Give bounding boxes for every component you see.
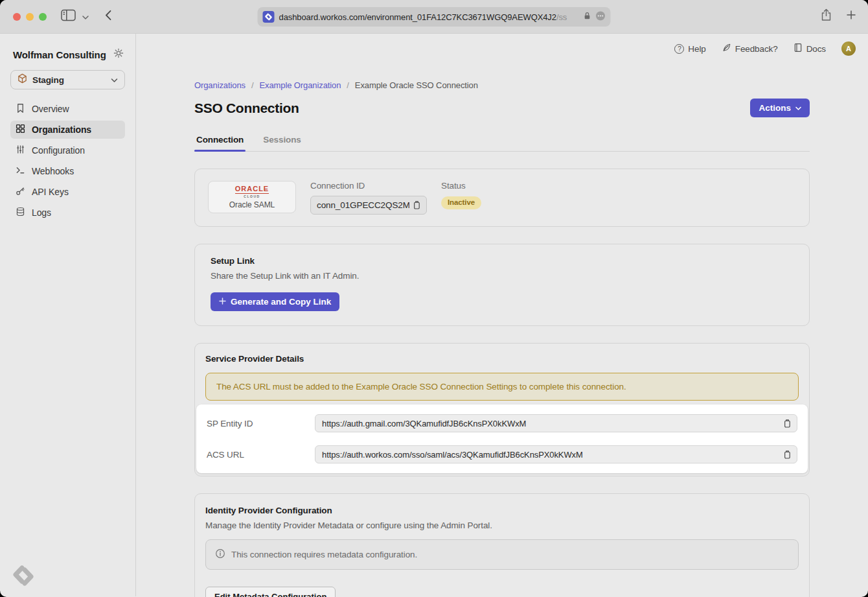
oracle-logo: ORACLE — [235, 185, 269, 194]
cube-icon — [17, 73, 27, 86]
setup-link-title: Setup Link — [211, 256, 794, 266]
feather-icon — [722, 43, 731, 54]
service-provider-fields: SP Entity ID https://auth.gmail.com/3QKa… — [196, 404, 808, 473]
tab-connection[interactable]: Connection — [194, 135, 246, 151]
sidebar-item-configuration[interactable]: Configuration — [10, 141, 125, 159]
chevron-down-icon[interactable] — [82, 11, 89, 23]
environment-label: Staging — [32, 75, 106, 85]
sidebar-item-logs[interactable]: Logs — [10, 204, 125, 222]
tabs: Connection Sessions — [194, 135, 810, 152]
url-bar[interactable]: dashboard.workos.com/environment_01FA12C… — [258, 7, 611, 27]
sidebar-nav: Overview Organizations Configuration — [0, 100, 135, 222]
chevron-down-icon — [795, 103, 801, 113]
sidebar-toggle-icon[interactable] — [61, 9, 76, 24]
edit-metadata-button[interactable]: Edit Metadata Configuration — [205, 587, 336, 597]
minimize-window-button[interactable] — [26, 13, 34, 21]
grid-icon — [16, 124, 25, 135]
info-icon — [215, 548, 225, 561]
breadcrumb-link-organizations[interactable]: Organizations — [194, 80, 246, 90]
connection-id-field[interactable]: conn_01GPECC2QS2MWF — [310, 196, 427, 215]
environment-select[interactable]: Staging — [10, 70, 125, 89]
browser-titlebar: dashboard.workos.com/environment_01FA12C… — [0, 0, 868, 34]
sidebar-item-label: Organizations — [32, 124, 91, 135]
acs-url-label: ACS URL — [207, 450, 315, 460]
key-icon — [16, 186, 25, 198]
traffic-lights — [13, 13, 47, 21]
terminal-icon — [16, 165, 25, 177]
acs-url-row: ACS URL https://auth.workos.com/sso/saml… — [207, 441, 797, 467]
back-icon[interactable] — [104, 10, 112, 23]
copy-icon[interactable] — [781, 449, 793, 461]
chevron-down-icon — [111, 74, 118, 86]
workos-logo — [13, 565, 34, 589]
share-icon[interactable] — [821, 8, 832, 24]
tab-sessions[interactable]: Sessions — [261, 135, 303, 151]
page-title: SSO Connection — [194, 100, 299, 116]
status-label: Status — [441, 181, 481, 191]
plus-icon — [219, 297, 226, 307]
sp-entity-id-label: SP Entity ID — [207, 419, 315, 428]
sidebar-item-label: Webhooks — [32, 166, 74, 176]
sidebar-item-api-keys[interactable]: API Keys — [10, 183, 125, 201]
generate-copy-link-button[interactable]: Generate and Copy Link — [211, 292, 339, 311]
sidebar-item-organizations[interactable]: Organizations — [10, 121, 125, 139]
breadcrumb: Organizations / Example Organization / E… — [194, 80, 810, 90]
connection-id-label: Connection ID — [310, 181, 427, 191]
acs-url-field[interactable]: https://auth.workos.com/sso/saml/acs/3QK… — [315, 445, 797, 463]
copy-icon[interactable] — [781, 417, 793, 430]
setup-link-description: Share the Setup Link with an IT Admin. — [211, 271, 794, 281]
gear-icon[interactable] — [113, 48, 124, 61]
close-window-button[interactable] — [13, 13, 21, 21]
new-tab-icon[interactable] — [846, 10, 856, 23]
feedback-link[interactable]: Feedback? — [722, 43, 778, 54]
sidebar-item-label: API Keys — [32, 187, 69, 197]
avatar[interactable]: A — [841, 41, 856, 56]
zoom-window-button[interactable] — [39, 13, 47, 21]
status-badge: Inactive — [441, 196, 481, 209]
sp-entity-id-row: SP Entity ID https://auth.gmail.com/3QKa… — [207, 410, 797, 436]
more-options-icon[interactable] — [596, 11, 606, 23]
sidebar-item-overview[interactable]: Overview — [10, 100, 125, 118]
lock-icon — [584, 11, 591, 23]
setup-link-card: Setup Link Share the Setup Link with an … — [194, 244, 810, 326]
breadcrumb-link-example-organization[interactable]: Example Organization — [259, 80, 341, 90]
help-link[interactable]: Help — [674, 44, 705, 54]
provider-logo-box: ORACLE CLOUD Oracle SAML — [208, 181, 296, 213]
breadcrumb-current: Example Oracle SSO Connection — [355, 80, 478, 90]
idp-configuration-card: Identity Provider Configuration Manage t… — [194, 493, 810, 597]
book-icon — [794, 43, 803, 54]
workos-favicon — [263, 11, 275, 23]
browser-window: dashboard.workos.com/environment_01FA12C… — [0, 0, 868, 597]
sidebar: Wolfman Consulting Staging — [0, 34, 136, 596]
acs-warning-banner: The ACS URL must be added to the Example… — [205, 373, 799, 401]
bookmark-icon — [16, 103, 25, 115]
provider-name: Oracle SAML — [229, 201, 275, 209]
help-icon — [674, 44, 684, 54]
metadata-notice: This connection requires metadata config… — [205, 539, 799, 570]
copy-icon[interactable] — [411, 199, 422, 211]
main-area: Help Feedback? Docs A — [136, 34, 868, 596]
database-icon — [16, 207, 25, 218]
sidebar-item-label: Overview — [32, 104, 69, 114]
service-provider-card: Service Provider Details The ACS URL mus… — [194, 343, 810, 476]
docs-link[interactable]: Docs — [794, 43, 826, 54]
idp-description: Manage the Identity Provider Metadata or… — [205, 521, 799, 530]
sidebar-item-label: Logs — [32, 207, 51, 218]
workspace-name: Wolfman Consulting — [13, 49, 106, 60]
connection-summary-card: ORACLE CLOUD Oracle SAML Connection ID c… — [194, 169, 810, 227]
sp-entity-id-field[interactable]: https://auth.gmail.com/3QKamufidfJB6cKns… — [315, 414, 797, 432]
url-text: dashboard.workos.com/environment_01FA12C… — [279, 12, 579, 22]
idp-title: Identity Provider Configuration — [205, 506, 799, 515]
main-header: Help Feedback? Docs A — [674, 41, 856, 56]
sliders-icon — [16, 145, 25, 156]
service-provider-title: Service Provider Details — [195, 354, 809, 364]
sidebar-item-webhooks[interactable]: Webhooks — [10, 162, 125, 180]
actions-button[interactable]: Actions — [750, 99, 810, 117]
sidebar-item-label: Configuration — [32, 145, 85, 156]
